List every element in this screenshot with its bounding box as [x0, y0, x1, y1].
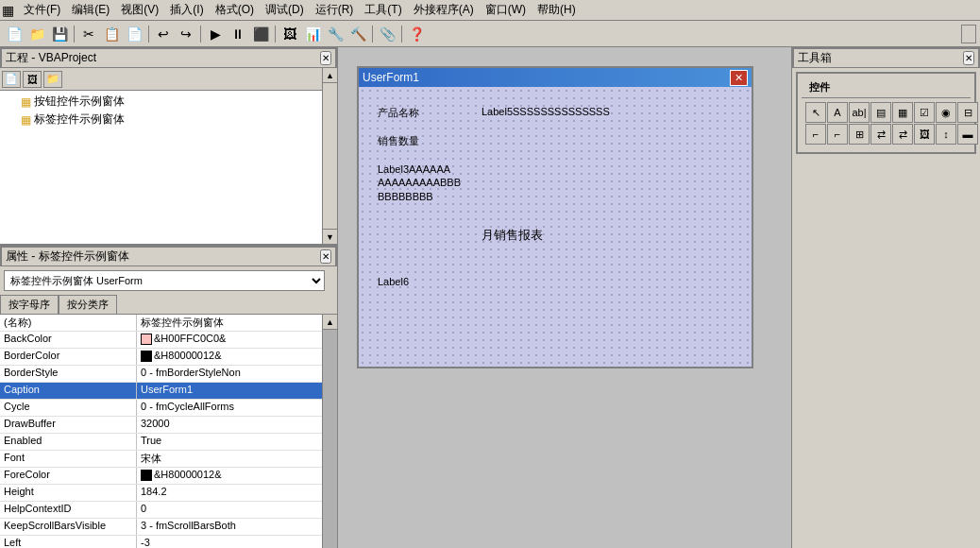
tb-help[interactable]: ❓: [406, 24, 427, 44]
toolbar-scrollbar[interactable]: [961, 25, 976, 43]
tb-design[interactable]: 🖼: [279, 24, 300, 44]
toolbox-tool-combobox[interactable]: ▤: [870, 102, 891, 123]
props-cell-value-12: 3 - fmScrollBarsBoth: [137, 519, 322, 535]
form-label3[interactable]: Label3AAAAAAAAAAAAAAABBBBBBBBBBB: [378, 163, 461, 203]
tb-pause[interactable]: ⏸: [228, 24, 248, 44]
props-cell-value-4: UserForm1: [137, 383, 322, 399]
props-row-enabled[interactable]: EnabledTrue: [0, 434, 322, 451]
ptb-toggle-folders[interactable]: 📁: [43, 71, 62, 88]
props-row-backcolor[interactable]: BackColor&H00FFC0C0&: [0, 332, 322, 349]
form-label-product[interactable]: 产品名称: [378, 106, 419, 120]
menu-addins[interactable]: 外接程序(A): [408, 0, 480, 20]
tb-copy[interactable]: 📋: [101, 24, 122, 44]
tab-categorical[interactable]: 按分类序: [59, 295, 117, 314]
tb-open[interactable]: 📁: [26, 24, 47, 44]
props-panel-close[interactable]: ✕: [320, 249, 331, 264]
menu-edit[interactable]: 编辑(E): [66, 0, 115, 20]
props-table-container: (名称)标签控件示例窗体BackColor&H00FFC0C0&BorderCo…: [0, 315, 337, 548]
userform-body[interactable]: 产品名称 Label5SSSSSSSSSSSSSS 销售数量 Label3AAA…: [359, 87, 752, 367]
tb-project[interactable]: 📊: [302, 24, 323, 44]
props-cell-name-6: DrawBuffer: [0, 417, 137, 433]
props-row-keepscrollbarsvisible[interactable]: KeepScrollBarsVisible3 - fmScrollBarsBot…: [0, 519, 322, 536]
props-row-height[interactable]: Height184.2: [0, 485, 322, 502]
menu-debug[interactable]: 调试(D): [260, 0, 310, 20]
userform-close-button[interactable]: ✕: [730, 70, 748, 86]
menu-view[interactable]: 视图(V): [115, 0, 164, 20]
toolbox-tool-frame2[interactable]: ⌐: [827, 124, 848, 145]
toolbox-tool-textbox[interactable]: ab|: [849, 102, 870, 123]
tree-label-buttons: 按钮控件示例窗体: [34, 94, 125, 110]
userform-window[interactable]: UserForm1 ✕ 产品名称 Label5SSSSSSSSSSSSSS 销售…: [357, 66, 753, 368]
menu-file[interactable]: 文件(F): [18, 0, 66, 20]
toolbox-titlebar: 工具箱 ✕: [792, 47, 980, 68]
project-tree: ▦ 按钮控件示例窗体 ▦ 标签控件示例窗体: [0, 91, 322, 244]
toolbox-title: 工具箱: [798, 50, 832, 66]
tb-props[interactable]: 🔧: [325, 24, 346, 44]
props-row-cycle[interactable]: Cycle0 - fmCycleAllForms: [0, 400, 322, 417]
project-panel-close[interactable]: ✕: [320, 51, 331, 65]
tree-item-labels[interactable]: ▦ 标签控件示例窗体: [2, 111, 320, 128]
tb-stop[interactable]: ⬛: [250, 24, 271, 44]
props-cell-name-5: Cycle: [0, 400, 137, 416]
props-row-caption[interactable]: CaptionUserForm1: [0, 383, 322, 400]
props-row-[interactable]: (名称)标签控件示例窗体: [0, 315, 322, 332]
toolbox-tool-pointer[interactable]: ↖: [805, 102, 826, 123]
props-row-bordercolor[interactable]: BorderColor&H80000012&: [0, 349, 322, 366]
toolbox-tool-label[interactable]: A: [827, 102, 848, 123]
project-scroll-up[interactable]: ▲: [323, 68, 337, 83]
form-label5[interactable]: Label5SSSSSSSSSSSSSS: [482, 106, 610, 117]
menu-window[interactable]: 窗口(W): [480, 0, 532, 20]
props-row-drawbuffer[interactable]: DrawBuffer32000: [0, 417, 322, 434]
toolbox-tool-listbox[interactable]: ▦: [892, 102, 913, 123]
menu-tools[interactable]: 工具(T): [359, 0, 407, 20]
toolbox-tool-scrollbar[interactable]: ↕: [936, 124, 956, 145]
tree-item-buttons[interactable]: ▦ 按钮控件示例窗体: [2, 93, 320, 111]
ptb-view-object[interactable]: 🖼: [23, 71, 42, 88]
tb-object[interactable]: 🔨: [347, 24, 368, 44]
project-scroll-down[interactable]: ▼: [323, 229, 337, 244]
form-label-sales[interactable]: 销售数量: [378, 134, 419, 148]
props-row-font[interactable]: Font宋体: [0, 451, 322, 468]
props-scrollbar[interactable]: ▲ ▼: [322, 315, 337, 548]
menubar: ▦ 文件(F) 编辑(E) 视图(V) 插入(I) 格式(O) 调试(D) 运行…: [0, 0, 980, 21]
toolbox-tool-spinbutton[interactable]: ▬: [957, 124, 978, 145]
tab-alphabetical[interactable]: 按字母序: [0, 295, 59, 314]
tb-cut[interactable]: ✂: [78, 24, 99, 44]
toolbox-tool-frame1[interactable]: ⌐: [805, 124, 826, 145]
toolbox-tool-image[interactable]: 🖼: [914, 124, 935, 145]
toolbox-tool-multipage[interactable]: ⇄: [892, 124, 913, 145]
ptb-view-code[interactable]: 📄: [2, 71, 21, 88]
props-row-left[interactable]: Left-3: [0, 536, 322, 548]
tb-new[interactable]: 📄: [4, 24, 25, 44]
tb-run[interactable]: ▶: [205, 24, 226, 44]
tb-paste[interactable]: 📄: [124, 24, 144, 44]
userform-title: UserForm1: [363, 71, 419, 84]
toolbox-tool-tabstrip[interactable]: ⇄: [870, 124, 891, 145]
toolbox-close[interactable]: ✕: [963, 51, 974, 65]
menu-format[interactable]: 格式(O): [210, 0, 260, 20]
menu-run[interactable]: 运行(R): [310, 0, 360, 20]
props-row-helpcontextid[interactable]: HelpContextID0: [0, 502, 322, 519]
tb-ref[interactable]: 📎: [377, 24, 397, 44]
tb-redo[interactable]: ↪: [176, 24, 196, 44]
props-scroll-track: [323, 330, 337, 548]
props-object-dropdown[interactable]: 标签控件示例窗体 UserForm: [4, 270, 325, 291]
props-scroll-up[interactable]: ▲: [323, 315, 337, 330]
toolbox-tool-checkbox[interactable]: ☑: [914, 102, 935, 123]
tree-label-labels: 标签控件示例窗体: [34, 111, 125, 128]
props-row-forecolor[interactable]: ForeColor&H80000012&: [0, 468, 322, 485]
form-label-monthly[interactable]: 月销售报表: [482, 227, 543, 244]
project-scrollbar[interactable]: ▲ ▼: [322, 68, 337, 244]
form-label6[interactable]: Label6: [378, 276, 409, 287]
tb-undo[interactable]: ↩: [153, 24, 174, 44]
toolbox-tool-commandbutton[interactable]: ⊞: [849, 124, 870, 145]
props-row-borderstyle[interactable]: BorderStyle0 - fmBorderStyleNon: [0, 366, 322, 383]
menu-help[interactable]: 帮助(H): [532, 0, 582, 20]
toolbox-tool-togglebutton[interactable]: ⊟: [957, 102, 978, 123]
toolbox-tool-radiobutton[interactable]: ◉: [936, 102, 956, 123]
project-panel-titlebar: 工程 - VBAProject ✕: [0, 47, 337, 68]
menu-insert[interactable]: 插入(I): [164, 0, 209, 20]
props-tabs: 按字母序 按分类序: [0, 295, 337, 315]
tb-save[interactable]: 💾: [49, 24, 70, 44]
toolbar-sep-5: [372, 26, 373, 43]
